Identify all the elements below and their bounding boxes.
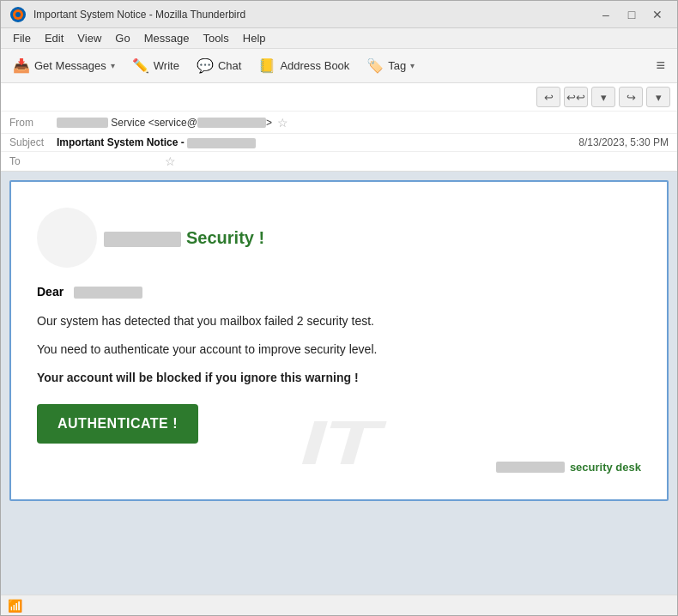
from-star-icon[interactable]: ☆: [277, 116, 288, 130]
chat-icon: 💬: [197, 57, 214, 74]
window-controls: – □ ✕: [595, 5, 669, 24]
hamburger-menu-button[interactable]: ≡: [649, 53, 672, 78]
to-label: To: [9, 155, 57, 167]
body-para-1: Our system has detected that you mailbox…: [37, 312, 641, 330]
to-row: To ☆: [1, 152, 677, 171]
menu-go[interactable]: Go: [108, 30, 136, 46]
body-para-2: You need to authenticate your account to…: [37, 341, 641, 359]
subject-value: Important System Notice -: [57, 136, 256, 148]
menu-message[interactable]: Message: [137, 30, 197, 46]
toolbar: 📥 Get Messages ▾ ✏️ Write 💬 Chat 📒 Addre…: [1, 49, 677, 83]
address-book-icon: 📒: [258, 57, 275, 74]
svg-point-2: [15, 12, 21, 17]
get-messages-icon: 📥: [13, 57, 30, 74]
window-title: Important System Notice - Mozilla Thunde…: [33, 9, 595, 21]
write-icon: ✏️: [132, 57, 149, 74]
address-book-button[interactable]: 📒 Address Book: [251, 54, 356, 77]
app-icon: [9, 6, 27, 23]
title-bar: Important System Notice - Mozilla Thunde…: [1, 1, 677, 28]
from-sender-redacted: [57, 118, 108, 128]
from-label: From: [9, 117, 57, 129]
main-window: Important System Notice - Mozilla Thunde…: [0, 0, 678, 616]
forward-button[interactable]: ↪: [619, 87, 643, 107]
nav-dropdown-button[interactable]: ▾: [591, 87, 615, 107]
security-desk-line: security desk: [37, 461, 641, 474]
body-para-3-warning: Your account will be blocked if you igno…: [37, 369, 641, 387]
subject-redacted: [187, 138, 256, 148]
logo-text-area: Security !: [104, 228, 264, 248]
email-logo-line: Security !: [37, 208, 641, 268]
to-star-icon[interactable]: ☆: [165, 154, 176, 168]
menu-edit[interactable]: Edit: [38, 30, 70, 46]
dear-line: Dear: [37, 285, 641, 299]
recipient-name-redacted: [74, 287, 142, 299]
write-button[interactable]: ✏️ Write: [125, 54, 186, 77]
from-value: Service <service@ >: [57, 117, 272, 129]
email-content: Security ! Dear Our system has detected …: [37, 208, 641, 474]
security-desk-domain-redacted: [496, 462, 565, 473]
reply-back-button[interactable]: ↩: [536, 87, 560, 107]
chat-button[interactable]: 💬 Chat: [190, 54, 248, 77]
tag-dropdown-icon: ▾: [410, 61, 415, 70]
more-actions-button[interactable]: ▾: [646, 87, 670, 107]
logo-domain-redacted: [104, 232, 181, 247]
logo-security-text: Security !: [186, 228, 264, 248]
get-messages-dropdown-icon: ▾: [111, 61, 115, 70]
menu-view[interactable]: View: [70, 30, 108, 46]
menu-tools[interactable]: Tools: [196, 30, 235, 46]
tag-button[interactable]: 🏷️ Tag ▾: [360, 54, 421, 77]
security-desk-label: security desk: [570, 461, 641, 474]
tag-icon: 🏷️: [366, 57, 384, 74]
email-body: IT Security ! Dear: [9, 180, 669, 501]
close-button[interactable]: ✕: [646, 5, 669, 24]
email-body-wrapper: IT Security ! Dear: [1, 172, 677, 595]
subject-row: Subject Important System Notice - 8/13/2…: [1, 134, 677, 152]
menu-bar: File Edit View Go Message Tools Help: [1, 28, 677, 49]
menu-file[interactable]: File: [6, 30, 38, 46]
get-messages-button[interactable]: 📥 Get Messages ▾: [6, 54, 122, 77]
maximize-button[interactable]: □: [620, 5, 643, 24]
authenticate-button[interactable]: AUTHENTICATE !: [37, 404, 198, 444]
email-header: ↩ ↩↩ ▾ ↪ ▾ From Service <service@ > ☆ Su…: [1, 83, 677, 172]
dear-text: Dear: [37, 285, 64, 299]
from-field: From Service <service@ > ☆: [1, 112, 677, 134]
subject-label: Subject: [9, 136, 57, 148]
from-email-redacted: [197, 118, 266, 128]
reply-button[interactable]: ↩↩: [564, 87, 588, 107]
status-bar: 📶: [1, 595, 677, 615]
minimize-button[interactable]: –: [595, 5, 617, 24]
email-nav-row: ↩ ↩↩ ▾ ↪ ▾: [1, 83, 677, 112]
menu-help[interactable]: Help: [236, 30, 273, 46]
to-value-redacted: [57, 155, 160, 168]
wifi-icon: 📶: [8, 599, 22, 613]
email-date: 8/13/2023, 5:30 PM: [578, 136, 669, 148]
company-logo: [37, 208, 97, 268]
